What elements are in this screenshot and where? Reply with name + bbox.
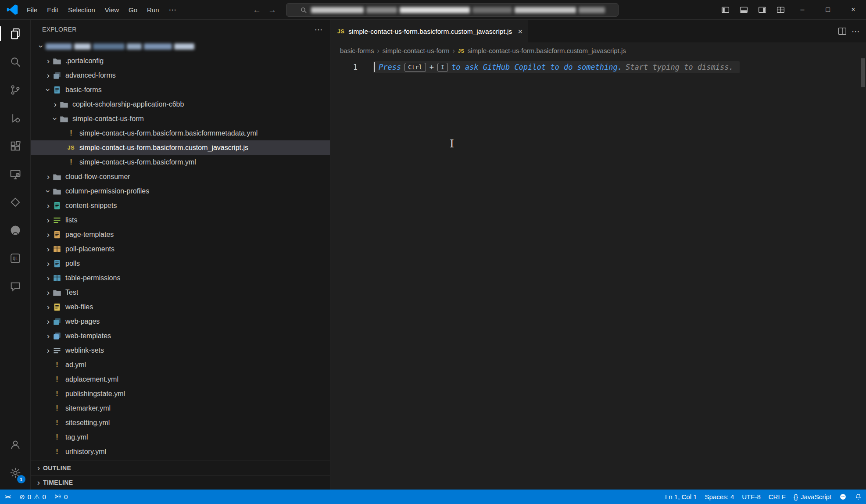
tree-item-basic-forms[interactable]: ›basic-forms [31,82,330,97]
text-cursor-pointer: I [450,138,454,149]
tree-item-label: simple-contact-us-form [72,115,144,123]
tree-item-label: page-templates [65,231,114,239]
minimize-button[interactable]: – [790,0,815,20]
github-icon[interactable] [0,216,31,244]
tree-item-simple-contact-us-form.basicform.custom_javascript.js[interactable]: JSsimple-contact-us-form.basicform.custo… [31,140,330,155]
tree-item-Test[interactable]: ›Test [31,285,330,300]
indentation[interactable]: Spaces: 4 [701,490,738,504]
problems-status[interactable]: ⊘ 0 ⚠ 0 [15,490,50,504]
eol-sequence[interactable]: CRLF [765,490,790,504]
ports-status[interactable]: 0 [50,490,72,504]
tree-item-adplacement.yml[interactable]: !adplacement.yml [31,372,330,386]
close-button[interactable]: × [841,0,866,20]
tree-item-lists[interactable]: ›lists [31,213,330,227]
back-icon[interactable]: ← [253,5,261,15]
section-timeline[interactable]: › TIMELINE [31,475,330,490]
section-outline[interactable]: › OUTLINE [31,461,330,475]
notifications-bell-icon[interactable] [851,490,866,504]
menu-selection[interactable]: Selection [63,4,100,16]
editor-content[interactable]: 1 Press Ctrl + I to ask GitHub Copilot t… [330,58,866,490]
tree-item-simple-contact-us-form[interactable]: ›simple-contact-us-form [31,111,330,126]
search-box[interactable] [286,3,619,17]
tree-item-web-pages[interactable]: ›web-pages [31,314,330,329]
tree-item-copilot-scholarship-application-c6bb[interactable]: ›copilot-scholarship-application-c6bb [31,97,330,111]
tree-item-label: simple-contact-us-form.basicform.custom_… [79,144,248,152]
toggle-panel-icon[interactable] [734,0,753,20]
tree-item-sitesetting.yml[interactable]: !sitesetting.yml [31,415,330,430]
customize-layout-icon[interactable] [771,0,790,20]
title-bar: File Edit Selection View Go Run ⋯ ← → [0,0,866,20]
breadcrumb-simple-contact-us-form[interactable]: simple-contact-us-form [383,47,450,54]
encoding[interactable]: UTF-8 [738,490,765,504]
menu-view[interactable]: View [100,4,124,16]
menu-go[interactable]: Go [124,4,142,16]
extensions-icon[interactable] [0,132,31,160]
language-mode[interactable]: {} JavaScript [790,490,835,504]
settings-gear-icon[interactable]: 1 [0,459,31,487]
copilot-icon[interactable] [835,490,851,504]
tree-item-tag.yml[interactable]: !tag.yml [31,430,330,444]
power-platform-icon[interactable] [0,188,31,216]
tree-root-folder[interactable]: › [31,39,330,54]
tab-custom-javascript[interactable]: JS simple-contact-us-form.basicform.cust… [330,20,528,43]
menu-run[interactable]: Run [142,4,164,16]
tree-item-ad.yml[interactable]: !ad.yml [31,357,330,372]
chevron-icon: › [44,201,53,211]
breadcrumb-filename[interactable]: simple-contact-us-form.basicform.custom_… [468,47,626,54]
menu-overflow-icon[interactable]: ⋯ [164,3,181,17]
more-actions-icon[interactable]: ⋯ [852,26,860,36]
maximize-button[interactable]: □ [815,0,841,20]
run-debug-icon[interactable] [0,104,31,132]
tree-item-simple-contact-us-form.basicform.basicformmetadata.yml[interactable]: !simple-contact-us-form.basicform.basicf… [31,126,330,140]
tree-item-advanced-forms[interactable]: ›advanced-forms [31,68,330,82]
warnings-icon: ⚠ [34,493,39,501]
tree-item-content-snippets[interactable]: ›content-snippets [31,198,330,213]
tree-item-table-permissions[interactable]: ›table-permissions [31,271,330,285]
chevron-icon: › [44,230,53,239]
source-control-icon[interactable] [0,76,31,104]
tree-item-sitemarker.yml[interactable]: !sitemarker.yml [31,401,330,415]
status-bar: >< ⊘ 0 ⚠ 0 0 Ln 1, Col 1 Spaces: 4 UTF-8… [0,490,866,504]
tree-item-simple-contact-us-form.basicform.yml[interactable]: !simple-contact-us-form.basicform.yml [31,155,330,169]
tree-item-polls[interactable]: ›polls [31,256,330,271]
brackets-icon: {} [794,493,798,500]
tree-item-page-templates[interactable]: ›page-templates [31,227,330,242]
tree-item-label: .portalconfig [65,57,104,65]
close-tab-icon[interactable]: × [518,27,522,36]
tree-item-label: cloud-flow-consumer [65,173,130,181]
broadcast-icon [54,493,61,500]
search-icon[interactable] [0,48,31,76]
toggle-primary-sidebar-icon[interactable] [716,0,734,20]
tree-item-urlhistory.yml[interactable]: !urlhistory.yml [31,444,330,459]
remote-explorer-icon[interactable] [0,160,31,188]
hint-dismiss-text: Start typing to dismiss. [626,63,734,71]
history-navigation: ← → [253,0,276,20]
remote-indicator[interactable]: >< [0,490,15,504]
split-editor-icon[interactable] [837,26,847,36]
codeql-icon[interactable]: QL [0,244,31,272]
tree-item-column-permission-profiles[interactable]: ›column-permission-profiles [31,184,330,198]
menu-edit[interactable]: Edit [42,4,63,16]
tree-item-publishingstate.yml[interactable]: !publishingstate.yml [31,386,330,401]
tree-item-cloud-flow-consumer[interactable]: ›cloud-flow-consumer [31,169,330,184]
tree-item-.portalconfig[interactable]: ›.portalconfig [31,54,330,68]
explorer-more-actions-icon[interactable]: ⋯ [315,25,323,35]
tree-item-label: publishingstate.yml [65,390,125,398]
tree-item-weblink-sets[interactable]: ›weblink-sets [31,343,330,357]
cursor-position[interactable]: Ln 1, Col 1 [661,490,701,504]
breadcrumb: basic-forms › simple-contact-us-form › J… [330,43,866,58]
breadcrumb-basic-forms[interactable]: basic-forms [340,47,374,54]
editor-scrollbar[interactable] [861,58,865,87]
chevron-icon: › [44,71,53,80]
forward-icon[interactable]: → [268,5,276,15]
tree-item-poll-placements[interactable]: ›poll-placements [31,242,330,256]
chevron-icon: › [44,288,53,297]
menu-file[interactable]: File [22,4,42,16]
accounts-icon[interactable] [0,431,31,459]
explorer-icon[interactable] [0,20,31,48]
tree-item-web-files[interactable]: ›web-files [31,300,330,314]
toggle-secondary-sidebar-icon[interactable] [753,0,771,20]
tree-item-web-templates[interactable]: ›web-templates [31,329,330,343]
breadcrumb-separator-icon: › [452,47,454,55]
comments-icon[interactable] [0,272,31,300]
